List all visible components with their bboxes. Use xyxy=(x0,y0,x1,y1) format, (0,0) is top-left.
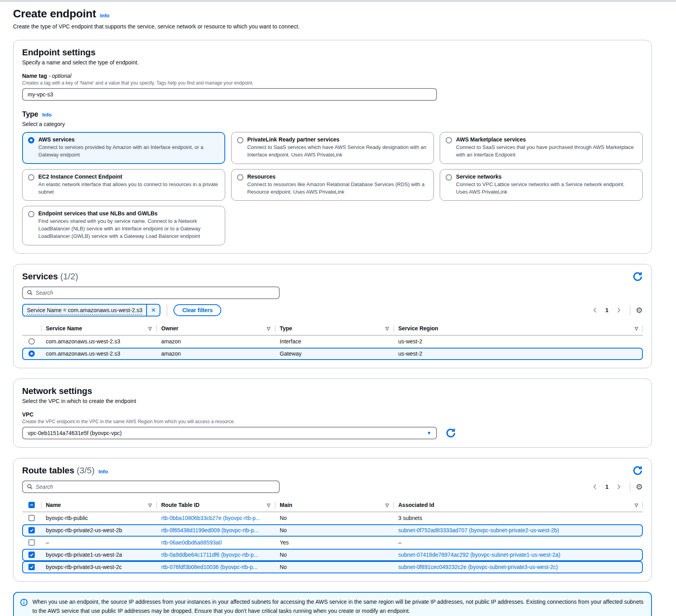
radio-icon[interactable] xyxy=(446,137,452,143)
rtb-id-link[interactable]: rtb-0a9ddbe64c1711df6 (byovpc-rtb-p... xyxy=(161,552,258,558)
refresh-icon xyxy=(633,271,643,282)
next-page-icon[interactable] xyxy=(613,481,624,492)
tile-ec2-instance-connect[interactable]: EC2 Instance Connect Endpoint An elastic… xyxy=(22,169,225,201)
service-row-interface[interactable]: com.amazonaws.us-west-2.s3 amazon Interf… xyxy=(22,335,643,348)
row-checkbox-checked[interactable] xyxy=(28,564,35,570)
refresh-icon xyxy=(446,428,456,438)
radio-icon[interactable] xyxy=(28,211,34,217)
sort-icon[interactable]: ▽ xyxy=(264,503,270,508)
col-route-table-id[interactable]: Route Table ID▽ xyxy=(156,499,275,512)
tile-description: Connect to SaaS services which have AWS … xyxy=(247,144,428,159)
sort-icon[interactable]: ▽ xyxy=(145,503,152,508)
subnet-link[interactable]: subnet-0f752ad83333ad707 (byovpc-subnet-… xyxy=(398,527,559,533)
sort-icon[interactable]: ▽ xyxy=(632,326,638,331)
page-header: Create endpointInfo Create the type of V… xyxy=(13,8,652,30)
sort-icon[interactable]: ▽ xyxy=(382,326,389,331)
chevron-down-icon: ▼ xyxy=(427,430,431,436)
sort-icon[interactable]: ▽ xyxy=(264,326,270,331)
page-number[interactable]: 1 xyxy=(602,307,612,313)
radio-selected-icon[interactable] xyxy=(28,137,34,143)
subnet-link[interactable]: subnet-07418de78974ac292 (byovpc-subnet-… xyxy=(398,552,560,558)
service-name: com.amazonaws.us-west-2.s3 xyxy=(41,350,156,357)
previous-page-icon[interactable] xyxy=(589,305,601,316)
rtb-associated-id: – xyxy=(394,539,643,546)
radio-icon[interactable] xyxy=(28,338,35,345)
radio-icon[interactable] xyxy=(28,174,34,181)
row-checkbox[interactable] xyxy=(28,515,35,521)
tile-endpoint-services-nlb-gwlb[interactable]: Endpoint services that use NLBs and GWLB… xyxy=(22,206,225,245)
row-checkbox[interactable] xyxy=(28,539,35,546)
col-name[interactable]: Name▽ xyxy=(41,499,156,512)
type-info-link[interactable]: Info xyxy=(42,112,52,118)
sort-icon[interactable]: ▽ xyxy=(632,503,638,508)
previous-page-icon[interactable] xyxy=(589,481,601,492)
endpoint-settings-description: Specify a name and select the type of en… xyxy=(22,59,643,66)
filter-token[interactable]: Service Name = com.amazonaws.us-west-2.s… xyxy=(22,304,160,316)
services-counter: (1/2) xyxy=(60,271,78,281)
col-service-name[interactable]: Service Name▽ xyxy=(41,322,156,335)
tile-description: Connect to SaaS services that you have p… xyxy=(456,144,637,159)
rtb-id-link[interactable]: rtb-0bba10806b33cb27e (byovpc-rtb-p... xyxy=(161,515,260,521)
services-search[interactable] xyxy=(22,286,280,299)
tile-aws-marketplace-services[interactable]: AWS Marketplace services Connect to SaaS… xyxy=(440,132,643,164)
table-settings-gear-icon[interactable]: ⚙ xyxy=(636,483,643,491)
route-table-row[interactable]: byovpc-rtb-private3-us-west-2c rtb-076fd… xyxy=(22,561,643,573)
filter-token-close-icon[interactable]: ✕ xyxy=(146,305,160,316)
tile-title: PrivateLink Ready partner services xyxy=(247,136,428,143)
services-pagination: 1 ⚙ xyxy=(589,305,643,316)
route-tables-search[interactable] xyxy=(22,480,280,493)
route-tables-search-input[interactable] xyxy=(36,484,275,490)
col-owner[interactable]: Owner▽ xyxy=(156,322,275,335)
divider xyxy=(167,304,167,316)
page-info-link[interactable]: Info xyxy=(100,13,109,19)
service-row-gateway[interactable]: com.amazonaws.us-west-2.s3 amazon Gatewa… xyxy=(22,348,643,360)
subnet-link[interactable]: subnet-0f891cec049232c2e (byovpc-subnet-… xyxy=(398,564,558,570)
row-checkbox-checked[interactable] xyxy=(28,527,35,533)
vpc-refresh-button[interactable] xyxy=(446,428,456,438)
next-page-icon[interactable] xyxy=(613,305,624,316)
table-settings-gear-icon[interactable]: ⚙ xyxy=(636,306,643,314)
route-tables-info-link[interactable]: Info xyxy=(98,469,108,475)
route-tables-refresh-button[interactable] xyxy=(633,465,643,476)
radio-icon[interactable] xyxy=(237,137,243,143)
clear-filters-button[interactable]: Clear filters xyxy=(173,304,221,316)
radio-selected-icon[interactable] xyxy=(28,350,35,357)
col-associated-id[interactable]: Associated Id▽ xyxy=(394,499,643,512)
tile-title: Endpoint services that use NLBs and GWLB… xyxy=(38,210,219,217)
select-all-checkbox-indeterminate[interactable] xyxy=(28,502,35,508)
route-table-row[interactable]: byovpc-rtb-private2-us-west-2b rtb-0f654… xyxy=(22,524,643,537)
tile-description: An elastic network interface that allows… xyxy=(38,181,219,196)
service-type: Interface xyxy=(275,338,394,345)
services-refresh-button[interactable] xyxy=(633,271,643,282)
services-search-input[interactable] xyxy=(36,290,275,296)
rtb-main: No xyxy=(275,552,394,558)
sort-icon[interactable]: ▽ xyxy=(382,503,389,508)
tile-aws-services[interactable]: AWS services Connect to services provide… xyxy=(22,132,225,164)
rtb-id-link[interactable]: rtb-06ae0dbd6a88593a0 xyxy=(161,539,222,546)
service-region: us-west-2 xyxy=(394,350,643,357)
rtb-id-link[interactable]: rtb-0f65438d1199ed009 (byovpc-rtb-p... xyxy=(161,527,258,533)
row-checkbox-checked[interactable] xyxy=(28,552,35,558)
vpc-label: VPC xyxy=(22,411,643,418)
filter-token-label[interactable]: Service Name = com.amazonaws.us-west-2.s… xyxy=(27,307,142,315)
radio-icon[interactable] xyxy=(237,174,243,181)
rtb-id-link[interactable]: rtb-076fdf3b08ed10036 (byovpc-rtb-p... xyxy=(161,564,258,570)
service-region: us-west-2 xyxy=(394,338,643,345)
rtb-name: byovpc-rtb-public xyxy=(41,515,156,521)
route-table-row[interactable]: – rtb-06ae0dbd6a88593a0 Yes – xyxy=(22,537,643,549)
col-service-region[interactable]: Service Region▽ xyxy=(394,322,643,335)
col-main[interactable]: Main▽ xyxy=(275,499,394,512)
tile-resources[interactable]: Resources Connect to resources like Amaz… xyxy=(231,169,434,201)
tile-privatelink-partner-services[interactable]: PrivateLink Ready partner services Conne… xyxy=(231,132,434,164)
radio-icon[interactable] xyxy=(446,174,452,181)
col-type[interactable]: Type▽ xyxy=(275,322,394,335)
tile-service-networks[interactable]: Service networks Connect to VPC Lattice … xyxy=(440,169,643,201)
vpc-select[interactable]: vpc-0eb11514a74631e5f (byovpc-vpc) ▼ xyxy=(22,427,437,439)
name-tag-input[interactable] xyxy=(22,88,437,101)
type-tile-grid: AWS services Connect to services provide… xyxy=(22,132,643,245)
route-table-row[interactable]: byovpc-rtb-public rtb-0bba10806b33cb27e … xyxy=(22,512,643,524)
route-table-row[interactable]: byovpc-rtb-private1-us-west-2a rtb-0a9dd… xyxy=(22,549,643,561)
sort-icon[interactable]: ▽ xyxy=(145,326,152,331)
page-number[interactable]: 1 xyxy=(602,484,612,490)
subnets-popover-link[interactable]: 3 subnets xyxy=(398,515,422,521)
